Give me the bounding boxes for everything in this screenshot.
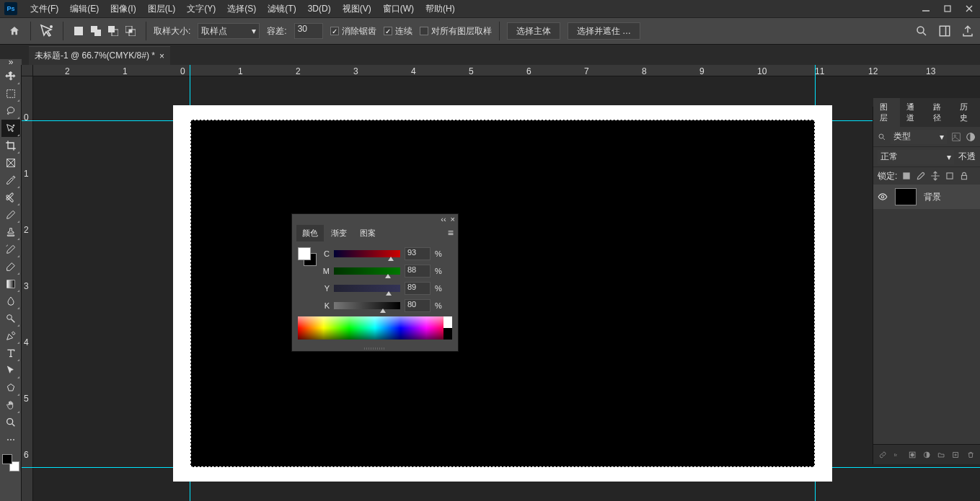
panel-swatches[interactable] bbox=[298, 247, 317, 266]
menu-view[interactable]: 视图(V) bbox=[337, 0, 377, 17]
eyedropper-tool[interactable] bbox=[1, 172, 20, 189]
tab-color[interactable]: 颜色 bbox=[296, 225, 324, 241]
all-layers-checkbox[interactable]: 对所有图层取样 bbox=[420, 25, 492, 37]
collapse-icon[interactable]: ‹‹ bbox=[441, 215, 446, 223]
shape-tool[interactable] bbox=[1, 379, 20, 396]
magic-wand-tool[interactable] bbox=[1, 120, 20, 137]
new-layer-icon[interactable] bbox=[952, 450, 959, 460]
menu-layer[interactable]: 图层(L) bbox=[142, 0, 182, 17]
close-panel-icon[interactable]: × bbox=[451, 215, 455, 223]
lock-move-icon[interactable] bbox=[930, 171, 940, 181]
channel-value-input[interactable]: 80 bbox=[405, 299, 431, 312]
active-tool-icon[interactable] bbox=[38, 22, 56, 40]
subtract-selection-icon[interactable] bbox=[105, 23, 121, 39]
channel-slider[interactable] bbox=[334, 285, 400, 292]
antialias-checkbox[interactable]: 消除锯齿 bbox=[330, 25, 376, 37]
zoom-tool[interactable] bbox=[1, 414, 20, 431]
contiguous-checkbox[interactable]: 连续 bbox=[384, 25, 412, 37]
menu-window[interactable]: 窗口(W) bbox=[377, 0, 420, 17]
mask-icon[interactable] bbox=[909, 450, 916, 460]
color-swatches[interactable] bbox=[2, 454, 19, 471]
maximize-button[interactable] bbox=[937, 0, 958, 17]
tab-channels[interactable]: 通道 bbox=[900, 98, 927, 127]
crop-tool[interactable] bbox=[1, 137, 20, 154]
menu-select[interactable]: 选择(S) bbox=[221, 0, 262, 17]
fx-icon[interactable]: fx bbox=[893, 450, 901, 460]
trash-icon[interactable] bbox=[967, 450, 974, 460]
add-selection-icon[interactable] bbox=[88, 23, 104, 39]
path-select-tool[interactable] bbox=[1, 362, 20, 379]
select-and-mask-button[interactable]: 选择并遮住 … bbox=[568, 22, 640, 40]
marquee-tool[interactable] bbox=[1, 85, 20, 102]
channel-slider[interactable] bbox=[334, 250, 400, 257]
lock-pixels-icon[interactable] bbox=[901, 171, 911, 181]
filter-image-icon[interactable] bbox=[951, 132, 961, 142]
sample-size-select[interactable]: 取样点▾ bbox=[198, 23, 260, 39]
menu-filter[interactable]: 滤镜(T) bbox=[262, 0, 301, 17]
lock-paint-icon[interactable] bbox=[916, 171, 926, 181]
blur-tool[interactable] bbox=[1, 293, 20, 310]
select-subject-button[interactable]: 选择主体 bbox=[507, 22, 560, 40]
lock-all-icon[interactable] bbox=[959, 171, 969, 181]
close-tab-icon[interactable]: × bbox=[159, 51, 164, 61]
menu-type[interactable]: 文字(Y) bbox=[181, 0, 221, 17]
brush-tool[interactable] bbox=[1, 206, 20, 223]
menu-file[interactable]: 文件(F) bbox=[25, 0, 64, 17]
frame-tool[interactable] bbox=[1, 154, 20, 172]
channel-value-input[interactable]: 88 bbox=[405, 265, 431, 278]
type-tool[interactable] bbox=[1, 345, 20, 362]
artboard[interactable] bbox=[173, 105, 832, 482]
share-icon[interactable] bbox=[961, 25, 974, 37]
tab-history[interactable]: 历史 bbox=[953, 98, 980, 127]
horizontal-ruler[interactable]: 21012345678910111213 bbox=[33, 65, 980, 76]
channel-slider[interactable] bbox=[334, 302, 400, 309]
channel-value-input[interactable]: 93 bbox=[405, 247, 431, 260]
tab-gradient[interactable]: 渐变 bbox=[325, 225, 353, 241]
search-icon[interactable] bbox=[878, 133, 886, 141]
vertical-ruler[interactable]: 0123456 bbox=[22, 76, 33, 501]
tab-paths[interactable]: 路径 bbox=[927, 98, 953, 127]
menu-3d[interactable]: 3D(D) bbox=[302, 0, 337, 17]
close-button[interactable] bbox=[958, 0, 980, 17]
dodge-tool[interactable] bbox=[1, 310, 20, 327]
panel-resize-grip[interactable] bbox=[292, 345, 458, 351]
search-icon[interactable] bbox=[915, 25, 928, 37]
menu-edit[interactable]: 编辑(E) bbox=[64, 0, 105, 17]
channel-slider[interactable] bbox=[334, 267, 400, 275]
layer-filter-select[interactable]: 类型▾ bbox=[891, 130, 947, 144]
gradient-tool[interactable] bbox=[1, 275, 20, 293]
layer-thumbnail[interactable] bbox=[895, 188, 917, 205]
tolerance-input[interactable]: 30 bbox=[294, 23, 323, 39]
layer-row-background[interactable]: 背景 bbox=[873, 185, 980, 209]
visibility-icon[interactable] bbox=[878, 192, 888, 202]
group-icon[interactable] bbox=[937, 450, 945, 460]
healing-tool[interactable] bbox=[1, 189, 20, 206]
link-icon[interactable] bbox=[879, 450, 886, 460]
panel-fg-swatch[interactable] bbox=[298, 247, 311, 260]
hand-tool[interactable] bbox=[1, 396, 20, 414]
toolbox-expand[interactable]: » bbox=[0, 59, 22, 65]
lock-artboard-icon[interactable] bbox=[945, 171, 955, 181]
menu-help[interactable]: 帮助(H) bbox=[420, 0, 461, 17]
history-brush-tool[interactable] bbox=[1, 241, 20, 258]
panel-menu-icon[interactable]: ≡ bbox=[448, 227, 454, 239]
tab-layers[interactable]: 图层 bbox=[873, 98, 900, 127]
foreground-swatch[interactable] bbox=[2, 454, 12, 464]
eraser-tool[interactable] bbox=[1, 258, 20, 275]
filter-adjust-icon[interactable] bbox=[966, 132, 976, 142]
move-tool[interactable] bbox=[1, 68, 20, 85]
color-panel[interactable]: ‹‹ × 颜色 渐变 图案 ≡ C 93 %M 88 %Y 89 %K 80 % bbox=[291, 213, 459, 352]
document-tab[interactable]: 未标题-1 @ 66.7%(CMYK/8#) * × bbox=[29, 46, 170, 65]
color-spectrum[interactable] bbox=[298, 316, 452, 340]
channel-value-input[interactable]: 89 bbox=[405, 282, 431, 295]
adjustment-icon[interactable] bbox=[923, 450, 930, 460]
minimize-button[interactable] bbox=[915, 0, 937, 17]
layer-name[interactable]: 背景 bbox=[924, 191, 941, 203]
white-swatch[interactable] bbox=[443, 316, 452, 328]
new-selection-icon[interactable] bbox=[71, 23, 87, 39]
canvas-area[interactable]: 21012345678910111213 0123456 bbox=[22, 65, 980, 501]
menu-image[interactable]: 图像(I) bbox=[105, 0, 141, 17]
stamp-tool[interactable] bbox=[1, 223, 20, 241]
blend-mode-select[interactable]: 正常▾ bbox=[878, 150, 954, 164]
workspace-icon[interactable] bbox=[938, 25, 951, 37]
